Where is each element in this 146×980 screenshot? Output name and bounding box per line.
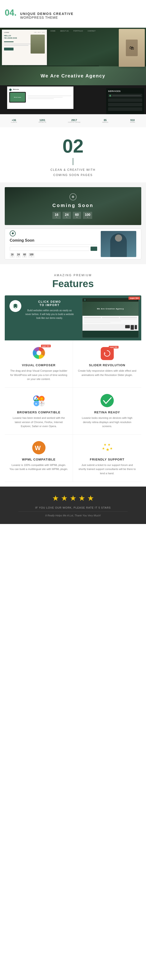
wpml-desc: Luvaniz is 100% compatible with WPML plu… [10,463,68,471]
cs-email-form [10,247,97,251]
star-1: ★ [52,494,59,503]
divider-line [73,158,73,165]
rating-section: ★ ★ ★ ★ ★ IF YOU LOVE OUR WORK, PLEASE R… [0,487,146,524]
rr-name: RETINA READY [78,410,136,414]
sr-name: SLIDER REVOLUTION [78,363,136,367]
features-title: Features [5,278,141,290]
cs-light-countdown: 16 D 24 H 60 M 100 S [10,253,97,258]
feature-retina-ready: RETINA READY Luvaniz looks stunning on d… [73,388,141,435]
amazing-text: AMAZING PREMIUM [5,274,141,277]
star-5: ★ [87,494,94,503]
svg-text:★: ★ [106,447,110,452]
coming-soon-dark: Coming Soon 16 D 24 H 60 M 100 S [5,187,141,225]
services-overlay: Services [106,88,144,114]
vc-name: VISUAL COMPOSER [10,363,68,367]
demo-preview-area: super $10 We Are Creative Agency [79,295,141,340]
feature-grid: super $10 VISUAL COMPOSER The drag and d… [5,340,141,482]
cs-right-image [101,231,136,257]
fs-icon-container: ★ ★ ★ ★ ★ [100,441,114,455]
services-title: Services [108,90,142,92]
feature-wpml: W WPML COMPATIBLE Luvaniz is 100% compat… [5,435,73,482]
section-02: 02 CLEAN & CREATIVE WITH COMING SOON PAG… [0,127,146,182]
thanks-text: It Really Helps Me A Lot, Thank You Very… [5,514,141,517]
header-title-line2: WORDPRESS THEME [20,16,73,19]
fs-name: FRIENDLY SUPPORT [78,458,136,461]
device-mockup: We Are Creative [9,92,26,103]
countdown-seconds: 100 S [83,212,92,219]
star-4: ★ [78,494,85,503]
svg-point-8 [36,398,37,399]
coming-soon-light: Coming Soon 16 D 24 H 60 M [5,229,141,259]
countdown-hours: 24 H [63,212,71,219]
click-demo-icon [10,300,21,312]
section-header: 04. UNIQUE DEMOS CREATIVE WORDPRESS THEM… [0,0,146,28]
number-text: 04 [5,8,14,18]
svg-marker-4 [104,352,106,353]
stat-1: +36 clients [11,119,17,123]
vc-icon-container: super $10 [32,346,46,361]
sr-icon [101,347,114,360]
welcome2-text: Welcome [13,89,19,91]
svg-text:W: W [35,444,41,452]
click-demo-section: CLICK DEMOTO IMPORT Build websites withi… [5,295,141,340]
stat-3: 2917 cups of coffee [68,119,81,123]
agency-text: We Are Creative Agency [41,73,105,79]
vc-badge: super $10 [41,345,51,347]
dot-icon: . [14,8,17,18]
fs-desc: Just submit a ticket to our support foru… [78,463,136,476]
product-photo: 🛍 [119,29,145,67]
browsers-icon: e [32,393,46,408]
section-number: 04. [5,7,17,24]
svg-text:★: ★ [110,447,113,450]
countdown-minutes: 60 M [73,212,81,219]
demos-collage: WELCOME TO LUVANIZ HOME ABOUT US PORTFOL… [0,28,146,127]
svg-text:★: ★ [108,443,111,447]
sr-icon-container: super $10 [100,346,114,361]
vc-desc: The drag and drop Visual Composer page b… [10,369,68,382]
if-you-love: IF YOU LOVE OUR WORK, PLEASE RATE IT 5 S… [5,506,141,509]
feature-visual-composer: super $10 VISUAL COMPOSER The drag and d… [5,340,73,388]
star-3: ★ [70,494,76,503]
svg-point-3 [36,351,41,355]
welcome2-demo: Welcome We Are Creative [7,86,73,109]
sr-desc: Create fully responsive sliders with sli… [78,369,136,377]
wpml-icon: W [32,441,46,455]
stat-2: 1201 projects [39,119,46,123]
super-badge: super $10 [129,297,140,300]
wpml-name: WPML COMPATIBLE [10,458,68,461]
wpml-icon-container: W [32,441,46,455]
feature-friendly-support: ★ ★ ★ ★ ★ FRIENDLY SUPPORT Just submit a… [73,435,141,482]
svg-text:★: ★ [102,447,105,450]
cs-dark-title: Coming Soon [52,203,94,208]
rr-icon-container [100,393,114,408]
stat-4: 85 awards [102,119,108,123]
bc-icon-container: e [32,393,46,408]
header-title-line1: UNIQUE DEMOS CREATIVE [20,12,73,16]
preview-device: We Are Creative Agency [82,298,139,338]
agency-banner: We Are Creative Agency [0,66,146,85]
vc-icon [32,346,46,360]
cs-light-title: Coming Soon [10,238,97,243]
stars-row: ★ ★ ★ ★ ★ [5,494,141,503]
bc-name: BROWSERS COMPATIBLE [10,410,68,414]
stat-5: 910 hours [130,119,135,123]
section-02-number: 02 [5,137,141,156]
click-demo-desc: Build websites within seconds as easily … [24,309,75,320]
svg-text:e: e [35,402,37,405]
personal-demo: LUVANIZ HOME ABOUT WORK HELLO!I'M JOHN D… [2,30,47,65]
photo-thumbnail [30,35,45,54]
click-demo-title: CLICK DEMOTO IMPORT [24,300,75,307]
nav-dots: HOME ABOUT US PORTFOLIO CONTACT [51,30,95,32]
stats-bar: +36 clients 1201 projects 2917 cups of c… [0,114,146,127]
section-features: AMAZING PREMIUM Features CLICK DEMOTO IM… [0,264,146,486]
section-02-desc: CLEAN & CREATIVE WITH COMING SOON PAGES [5,167,141,178]
rr-desc: Luvaniz looks stunning on devices with h… [78,416,136,428]
preview-hero-text: We Are Creative Agency [97,308,124,310]
countdown-days: 16 D [52,212,61,219]
retina-icon [100,393,114,408]
sr-badge: super $10 [109,346,119,348]
coming-soon-demos: Coming Soon 16 D 24 H 60 M 100 S [0,182,146,264]
submit-btn-mock [90,247,97,251]
header-text-block: UNIQUE DEMOS CREATIVE WORDPRESS THEME [20,12,73,19]
svg-point-18 [100,394,114,407]
